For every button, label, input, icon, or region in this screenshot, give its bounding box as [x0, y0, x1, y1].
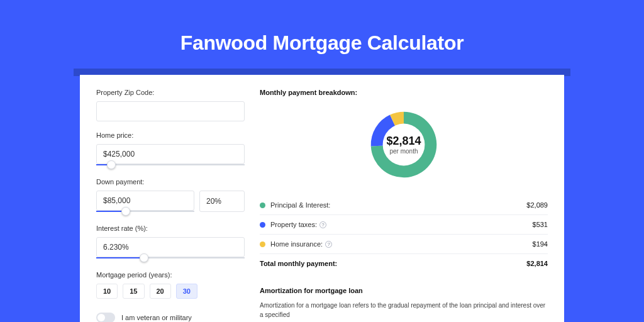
- down-payment-percent-input[interactable]: [199, 191, 245, 212]
- interest-input[interactable]: [96, 237, 245, 257]
- breakdown-value: $2,089: [526, 201, 548, 209]
- interest-slider[interactable]: [96, 257, 245, 258]
- home-price-label: Home price:: [96, 131, 245, 139]
- form-panel: Property Zip Code: Home price: Down paym…: [96, 89, 245, 322]
- breakdown-title: Monthly payment breakdown:: [260, 89, 548, 96]
- zip-group: Property Zip Code:: [96, 89, 245, 121]
- breakdown-row: Principal & Interest:$2,089: [260, 196, 548, 215]
- legend-dot: [260, 203, 265, 208]
- breakdown-label: Home insurance:?: [270, 240, 533, 248]
- period-label: Mortgage period (years):: [96, 271, 245, 279]
- slider-handle[interactable]: [107, 160, 116, 169]
- donut-chart: $2,814 per month: [365, 106, 442, 183]
- donut-center: $2,814 per month: [365, 106, 442, 183]
- slider-handle[interactable]: [140, 253, 148, 262]
- legend-dot: [260, 222, 265, 228]
- period-btn-20[interactable]: 20: [150, 284, 171, 299]
- home-price-input[interactable]: [96, 144, 245, 164]
- info-icon[interactable]: ?: [319, 221, 326, 228]
- veteran-toggle[interactable]: [96, 313, 115, 322]
- info-icon[interactable]: ?: [325, 241, 332, 248]
- amortization-text: Amortization for a mortgage loan refers …: [260, 301, 548, 319]
- breakdown-row: Home insurance:?$194: [260, 235, 548, 254]
- period-btn-15[interactable]: 15: [123, 284, 144, 299]
- zip-label: Property Zip Code:: [96, 89, 245, 96]
- calculator-card: Property Zip Code: Home price: Down paym…: [80, 75, 564, 322]
- donut-center-subtext: per month: [389, 148, 418, 155]
- legend-dot: [260, 242, 265, 247]
- down-payment-group: Down payment:: [96, 178, 245, 212]
- period-group: Mortgage period (years): 10152030: [96, 271, 245, 299]
- veteran-label: I am veteran or military: [121, 314, 192, 321]
- down-payment-amount-input[interactable]: [96, 191, 194, 211]
- slider-handle[interactable]: [121, 207, 130, 216]
- breakdown-value: $531: [533, 221, 548, 228]
- breakdown-value: $194: [533, 240, 548, 248]
- home-price-group: Home price:: [96, 131, 245, 165]
- interest-group: Interest rate (%):: [96, 225, 245, 258]
- zip-input[interactable]: [96, 101, 245, 121]
- breakdown-label: Property taxes:?: [270, 221, 533, 228]
- breakdown-panel: Monthly payment breakdown: $2,814 per mo…: [260, 89, 548, 322]
- donut-center-value: $2,814: [386, 135, 421, 148]
- toggle-knob: [97, 314, 105, 321]
- period-btn-10[interactable]: 10: [96, 284, 118, 299]
- breakdown-label: Principal & Interest:: [270, 201, 526, 209]
- down-payment-label: Down payment:: [96, 178, 245, 186]
- total-value: $2,814: [526, 260, 548, 267]
- amortization-title: Amortization for mortgage loan: [260, 287, 548, 294]
- home-price-slider[interactable]: [96, 164, 245, 165]
- breakdown-total-row: Total monthly payment: $2,814: [260, 254, 548, 273]
- breakdown-row: Property taxes:?$531: [260, 215, 548, 235]
- total-label: Total monthly payment:: [260, 260, 526, 267]
- page-title: Fanwood Mortgage Calculator: [66, 31, 579, 55]
- down-payment-slider[interactable]: [96, 211, 194, 212]
- breakdown-rows: Principal & Interest:$2,089Property taxe…: [260, 196, 548, 254]
- interest-label: Interest rate (%):: [96, 225, 245, 232]
- period-btn-30[interactable]: 30: [176, 284, 197, 299]
- period-buttons: 10152030: [96, 284, 245, 299]
- donut-wrap: $2,814 per month: [260, 103, 548, 192]
- veteran-toggle-row: I am veteran or military: [96, 313, 245, 322]
